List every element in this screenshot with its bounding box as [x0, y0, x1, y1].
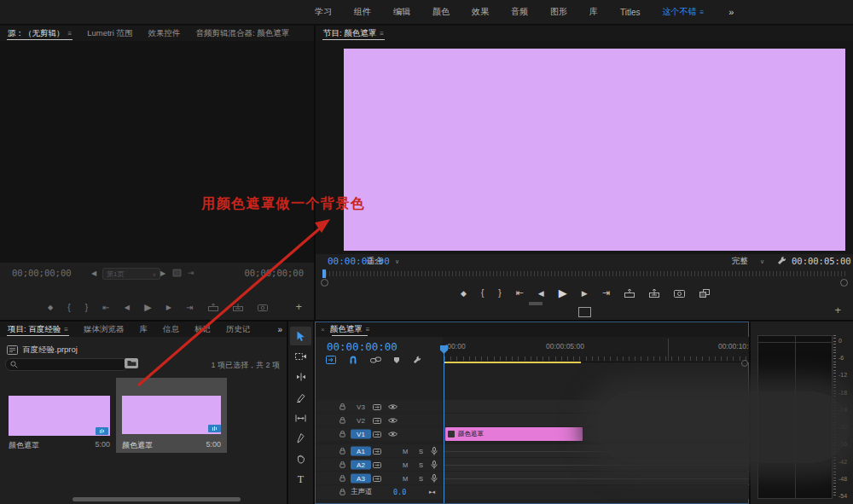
mute-button[interactable]: M — [403, 474, 408, 482]
workspace-tab-assembly[interactable]: 组件 — [343, 6, 382, 18]
tab-overflow-icon[interactable]: » — [277, 325, 282, 334]
timeline-timecode[interactable]: 00:00:00:00 — [327, 340, 397, 353]
go-to-in-icon[interactable]: ⇤ — [102, 303, 109, 312]
tab-source[interactable]: 源：（无剪辑）≡ — [0, 26, 79, 41]
tab-sequence[interactable]: 颜色遮罩≡ — [325, 322, 375, 337]
mute-button[interactable]: M — [403, 447, 408, 455]
settings-grid-icon[interactable] — [172, 269, 182, 277]
slip-tool[interactable] — [290, 408, 311, 427]
program-scrubber[interactable] — [322, 271, 846, 276]
tab-project[interactable]: 项目: 百度经验≡ — [0, 322, 76, 337]
transport-scroll-thumb[interactable] — [529, 302, 543, 305]
selection-tool[interactable] — [290, 327, 311, 345]
pen-tool[interactable] — [290, 429, 311, 448]
tab-effect-controls[interactable]: 效果控件 — [141, 26, 189, 41]
ripple-edit-tool[interactable] — [290, 368, 311, 386]
source-timecode-current[interactable]: 00;00;00;00 — [12, 268, 72, 278]
master-track-label[interactable]: 主声道 — [351, 487, 373, 497]
mark-out-icon[interactable]: } — [85, 303, 88, 312]
toggle-track-output-icon[interactable] — [388, 403, 397, 410]
clip-name[interactable]: 颜色遮罩 — [122, 440, 153, 451]
track-label[interactable]: V3 — [351, 402, 371, 411]
clip-badge[interactable] — [96, 427, 108, 435]
mark-in-icon[interactable]: { — [67, 303, 70, 312]
workspace-tab-learn[interactable]: 学习 — [304, 6, 343, 18]
lock-icon[interactable] — [339, 403, 346, 410]
export-frame-icon[interactable] — [674, 289, 685, 298]
master-gain-value[interactable]: 0.0 — [393, 488, 406, 496]
search-box[interactable] — [5, 358, 128, 371]
toggle-track-output-icon[interactable] — [388, 417, 397, 424]
play-icon[interactable]: ▶ — [144, 302, 151, 313]
type-tool[interactable]: T — [290, 470, 311, 489]
panel-menu-icon[interactable]: ≡ — [700, 9, 705, 16]
toggle-track-output-icon[interactable] — [388, 431, 397, 437]
timeline-clip[interactable]: 颜色遮罩 — [445, 427, 583, 441]
export-frame-icon[interactable] — [258, 304, 268, 311]
workspace-tab-editing[interactable]: 编辑 — [382, 6, 421, 18]
workspace-tab-effects[interactable]: 效果 — [461, 6, 500, 18]
workspace-tab-libraries[interactable]: 库 — [578, 6, 609, 18]
program-playhead[interactable] — [322, 269, 326, 278]
track-select-forward-tool[interactable] — [290, 347, 311, 366]
program-monitor-view[interactable] — [316, 41, 853, 254]
track-lane-master[interactable] — [444, 485, 749, 499]
tab-info[interactable]: 信息 — [155, 322, 187, 337]
drag-av-icon[interactable]: ⇥ — [188, 269, 194, 277]
settings-wrench-icon[interactable] — [777, 256, 786, 265]
sync-lock-icon[interactable] — [373, 403, 381, 410]
clip-name[interactable]: 颜色遮罩 — [9, 440, 39, 451]
add-marker-icon[interactable]: ◆ — [461, 289, 467, 298]
lock-icon[interactable] — [339, 431, 346, 438]
workspace-tab-graphics[interactable]: 图形 — [539, 6, 578, 18]
panel-menu-icon[interactable]: ≡ — [366, 326, 370, 333]
go-to-in-icon[interactable]: ⇤ — [516, 287, 524, 298]
zoom-handle-line[interactable] — [668, 339, 669, 361]
source-monitor-view[interactable] — [0, 41, 314, 263]
mic-icon[interactable] — [431, 461, 438, 469]
track-label[interactable]: V2 — [351, 415, 371, 425]
lock-icon[interactable] — [339, 489, 346, 496]
clip-badge[interactable] — [208, 425, 221, 432]
mic-icon[interactable] — [431, 474, 438, 483]
tab-audio-clip-mixer[interactable]: 音频剪辑混合器: 颜色遮罩 — [189, 26, 298, 41]
linked-selection-icon[interactable] — [370, 356, 381, 363]
tab-lumetri-scopes[interactable]: Lumetri 范围 — [79, 26, 140, 41]
track-label[interactable]: A2 — [351, 460, 371, 469]
tab-program[interactable]: 节目: 颜色遮罩≡ — [316, 26, 392, 41]
add-marker-icon[interactable] — [393, 356, 400, 364]
timeline-ruler[interactable]: :00:00 00:00:05:00 00:00:10:0 — [443, 337, 749, 362]
tab-markers[interactable]: 标记 — [187, 322, 218, 337]
source-pager-select[interactable]: 第1页 ∨ — [102, 268, 160, 280]
solo-button[interactable]: S — [419, 447, 423, 455]
sync-lock-icon[interactable] — [373, 475, 381, 482]
snap-magnet-icon[interactable] — [349, 356, 357, 364]
zoom-level-select[interactable]: 适合 ∨ — [367, 256, 399, 267]
comparison-view-icon[interactable] — [578, 307, 591, 317]
play-icon[interactable]: ▶ — [559, 287, 567, 299]
solo-button[interactable]: S — [419, 461, 423, 468]
fit-track-icon[interactable]: ▸◂ — [429, 489, 435, 495]
workspace-tab-active[interactable]: 这个不错 ≡ — [652, 6, 716, 18]
playhead-line[interactable] — [444, 348, 444, 503]
panel-menu-icon[interactable]: ≡ — [64, 326, 68, 333]
nested-sequence-toggle-icon[interactable] — [326, 356, 336, 364]
workspace-tab-color[interactable]: 颜色 — [421, 6, 461, 18]
lock-icon[interactable] — [339, 474, 346, 482]
lock-icon[interactable] — [339, 416, 346, 424]
extract-icon[interactable] — [649, 289, 659, 298]
go-to-out-icon[interactable]: ⇥ — [186, 303, 193, 312]
lift-icon[interactable] — [624, 289, 635, 298]
timeline-settings-wrench-icon[interactable] — [413, 356, 421, 364]
track-label[interactable]: V1 — [351, 430, 371, 439]
sync-lock-icon[interactable] — [373, 431, 381, 437]
sync-lock-icon[interactable] — [373, 417, 381, 424]
solo-button[interactable]: S — [419, 474, 423, 482]
scrubber-handle-left[interactable] — [321, 279, 328, 287]
prev-page-icon[interactable]: ◀ — [91, 269, 96, 277]
mic-icon[interactable] — [431, 447, 438, 455]
add-button-icon[interactable]: + — [295, 300, 302, 313]
step-forward-icon[interactable]: ▶ — [166, 304, 171, 311]
overwrite-icon[interactable] — [233, 304, 243, 311]
tab-history[interactable]: 历史记 — [218, 322, 258, 337]
